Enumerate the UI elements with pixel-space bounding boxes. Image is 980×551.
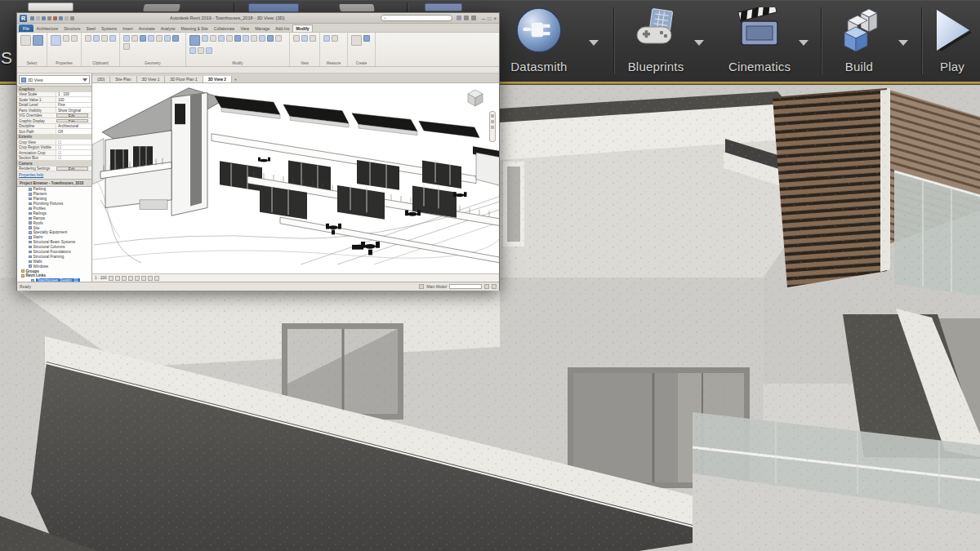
ribbon-tab[interactable]: Steel: [83, 25, 98, 32]
build-label: Build: [826, 60, 892, 73]
view-tab[interactable]: {3D}: [92, 76, 110, 82]
options-bar: [17, 67, 499, 73]
tree-item-icon: [29, 193, 32, 196]
blueprints-button[interactable]: Blueprints: [618, 6, 693, 81]
sun-settings-icon: [122, 276, 127, 281]
view-tab[interactable]: 3D View 2: [203, 76, 232, 82]
cinematics-label: Cinematics: [722, 60, 797, 73]
datasmith-dropdown[interactable]: [587, 37, 600, 48]
filter-field[interactable]: [449, 284, 482, 289]
properties-help-link[interactable]: Properties help: [17, 171, 91, 180]
tree-item-icon: [29, 212, 32, 216]
design-option-label: Main Model: [426, 285, 447, 289]
ribbon-panel-geometry[interactable]: Geometry: [120, 33, 186, 66]
tree-item-icon: [29, 207, 32, 211]
drawing-area[interactable]: {3D}Site Plan3D View 13D Floor Plan 13D …: [92, 73, 499, 282]
ribbon-tab[interactable]: Massing & Site: [178, 25, 211, 32]
tree-item-icon: [21, 274, 24, 278]
marketplace-icon-partial: [339, 4, 375, 11]
ribbon-tab[interactable]: Insert: [120, 25, 136, 32]
ribbon-tab-bar: FileArchitectureStructureSteelSystemsIns…: [17, 24, 499, 33]
tree-item-icon: [29, 236, 32, 239]
cinematics-button[interactable]: Cinematics: [722, 6, 797, 81]
view-type-icon: [21, 78, 26, 82]
view-tab[interactable]: 3D Floor Plan 1: [165, 76, 203, 82]
properties-grid: Graphics View Scale 1 : 100 Scale Value …: [17, 86, 91, 171]
minimize-button[interactable]: ─: [482, 16, 486, 21]
tree-item-icon: [29, 226, 32, 229]
project-browser-tree: Parking Planters Planting Plumbing Fixtu…: [17, 187, 91, 282]
source-control-icon-partial: [143, 4, 180, 11]
type-selector[interactable]: 3D View: [19, 75, 90, 84]
ribbon-panel-select[interactable]: Select: [17, 33, 47, 66]
status-bar: Ready Main Model: [17, 282, 499, 291]
ribbon-panel-create[interactable]: Create: [348, 33, 376, 66]
build-icon: [836, 7, 882, 53]
blueprints-label: Blueprints: [618, 60, 693, 73]
blueprints-dropdown[interactable]: [693, 37, 706, 48]
revit-search-box[interactable]: ⌕: [381, 15, 452, 21]
tree-item-icon: [21, 269, 24, 273]
select-filter-icon[interactable]: [484, 284, 489, 289]
tree-item-icon: [29, 188, 32, 191]
ribbon-tab[interactable]: File: [19, 24, 33, 32]
revit-app-icon: R: [20, 15, 27, 22]
tree-item-icon: [29, 198, 32, 201]
datasmith-button[interactable]: Datasmith: [497, 6, 581, 81]
ribbon-tab[interactable]: Systems: [98, 25, 119, 32]
ribbon-panel-clipboard[interactable]: Clipboard: [82, 33, 120, 66]
ribbon-panel-measure[interactable]: Measure: [320, 33, 348, 66]
content-icon-partial: [248, 3, 299, 12]
account-icons[interactable]: [457, 16, 476, 20]
ribbon-tab[interactable]: Modify: [292, 24, 313, 32]
ribbon-panel-view[interactable]: View: [290, 33, 320, 66]
navigation-bar[interactable]: [489, 111, 496, 142]
revit-titlebar[interactable]: R Autodesk Revit 2019 - Townhouses_2018 …: [17, 13, 499, 24]
editable-only-icon[interactable]: [492, 284, 497, 289]
maximize-button[interactable]: □: [488, 16, 491, 21]
tree-item-icon: [29, 264, 32, 268]
scale-indicator: 1 : 100: [95, 276, 107, 280]
ribbon-panel-properties[interactable]: Properties: [47, 33, 82, 66]
view-tab[interactable]: +: [232, 76, 239, 82]
crop-view-icon: [135, 276, 140, 281]
build-dropdown[interactable]: [897, 37, 910, 48]
play-icon: [929, 7, 975, 53]
view-tab[interactable]: Site Plan: [110, 76, 136, 82]
screenshot-root: S Datasmith: [0, 0, 980, 551]
browser-tree-item[interactable]: Townhouses_Design_01: [17, 278, 91, 282]
ribbon-panel-modify[interactable]: Modify: [186, 33, 290, 66]
play-button[interactable]: Play: [926, 6, 978, 81]
detail-level-icon: [109, 276, 114, 281]
settings-icon-partial: [425, 3, 462, 11]
tree-item-icon: [29, 246, 32, 249]
ribbon-tab[interactable]: Analyze: [158, 25, 178, 32]
viewcube[interactable]: [465, 87, 486, 108]
play-label: Play: [926, 60, 978, 73]
view-tab[interactable]: 3D View 1: [137, 76, 166, 82]
townhouse-3d-sketch: [92, 83, 499, 264]
tree-item-icon: [29, 260, 32, 264]
tree-item-icon: [29, 241, 32, 244]
worksets-icon[interactable]: [419, 284, 424, 289]
ribbon-tab[interactable]: View: [238, 25, 252, 32]
ribbon-tab[interactable]: Architecture: [33, 25, 61, 32]
ribbon-tab[interactable]: Collaborate: [211, 25, 238, 32]
ribbon-tab[interactable]: Manage: [252, 25, 273, 32]
build-button[interactable]: Build: [826, 6, 892, 81]
revit-window-title: Autodesk Revit 2019 - Townhouses_2018 - …: [76, 16, 379, 20]
tree-item-icon: [29, 231, 32, 234]
clipped-toolbar-button[interactable]: S: [1, 48, 12, 68]
cinematics-dropdown[interactable]: [797, 37, 810, 48]
datasmith-label: Datasmith: [497, 60, 581, 73]
ribbon-tab[interactable]: Structure: [61, 25, 83, 32]
tree-item-icon: [29, 221, 32, 224]
ribbon-tab[interactable]: Annotate: [136, 25, 158, 32]
temporary-hide-icon: [148, 276, 153, 281]
tree-item-icon: [29, 256, 32, 259]
ribbon-tab[interactable]: Add-Ins: [273, 25, 292, 32]
close-button[interactable]: ×: [493, 16, 497, 21]
quick-access-toolbar[interactable]: [30, 16, 74, 20]
view-control-bar[interactable]: 1 : 100: [92, 273, 499, 282]
ribbon: Select Properties Clipboard Geometry Mod…: [17, 33, 499, 67]
